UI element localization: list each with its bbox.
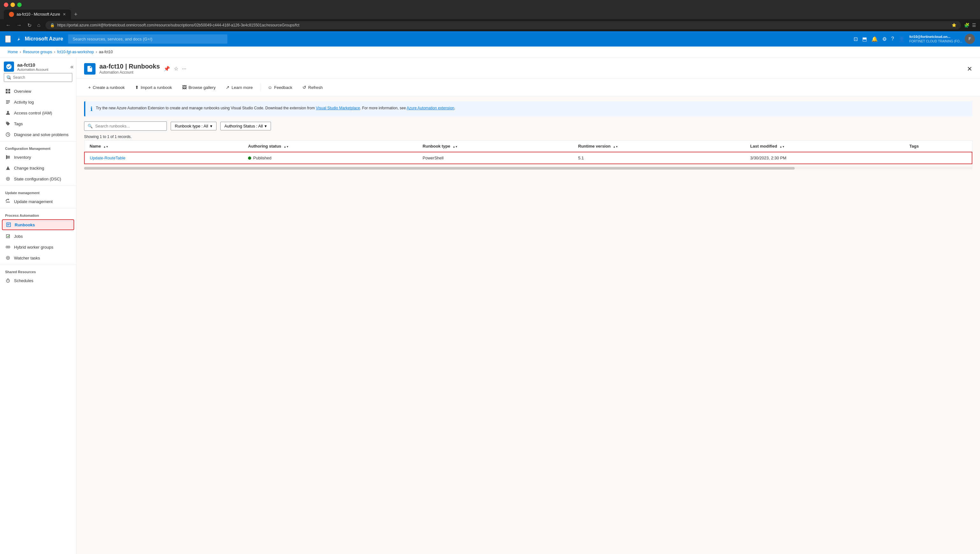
azure-logo: Microsoft Azure	[16, 36, 63, 42]
info-link-extension[interactable]: Azure Automation extension	[407, 106, 454, 110]
sidebar-nav: Overview Activity log Access control (IA…	[0, 86, 76, 286]
notifications-icon[interactable]: 🔔	[872, 36, 878, 42]
sidebar-item-overview[interactable]: Overview	[0, 86, 76, 97]
user-avatar[interactable]: F	[965, 34, 975, 44]
authoring-status-filter[interactable]: Authoring Status : All ▾	[220, 122, 271, 130]
minimize-window-button[interactable]	[11, 3, 15, 7]
forward-button[interactable]: →	[14, 22, 24, 29]
sidebar-item-activity-log[interactable]: Activity log	[0, 97, 76, 107]
sidebar-item-change-tracking[interactable]: Change tracking	[0, 163, 76, 173]
home-button[interactable]: ⌂	[35, 22, 42, 29]
col-runbook-type[interactable]: Runbook type ▲▼	[417, 140, 573, 152]
runbooks-search-input[interactable]	[95, 124, 163, 128]
content-header: aa-fct10 | Runbooks Automation Account 📌…	[76, 58, 980, 79]
directory-icon[interactable]: ⬒	[862, 36, 867, 42]
runbook-name-link[interactable]: Update-RouteTable	[90, 156, 126, 160]
sidebar-resource-type: Automation Account	[17, 67, 48, 72]
active-browser-tab[interactable]: aa-fct10 - Microsoft Azure ✕	[4, 10, 71, 19]
favorite-button[interactable]: ☆	[174, 65, 178, 72]
settings-icon[interactable]: ⚙	[882, 36, 887, 42]
info-link-marketplace[interactable]: Visual Studio Marketplace	[316, 106, 360, 110]
authoring-sort-icon[interactable]: ▲▼	[284, 146, 289, 148]
sidebar-search-container: 🔍	[0, 73, 76, 86]
sidebar: aa-fct10 Automation Account « 🔍 Overview	[0, 58, 76, 554]
sidebar-item-state-config[interactable]: State configuration (DSC)	[0, 173, 76, 184]
breadcrumb-workshop[interactable]: fct10-fgt-as-workshop	[57, 50, 94, 54]
maximize-window-button[interactable]	[17, 3, 22, 7]
import-runbook-button[interactable]: ⬆ Import a runbook	[131, 83, 176, 92]
hamburger-menu[interactable]: ☰	[5, 35, 11, 43]
modified-sort-icon[interactable]: ▲▼	[780, 146, 785, 148]
table-row[interactable]: Update-RouteTable Published PowerShell 5…	[84, 152, 972, 164]
svg-rect-22	[7, 279, 9, 279]
runbook-type-filter-label: Runbook type : All	[175, 124, 208, 128]
sidebar-search-input[interactable]	[4, 73, 72, 82]
user-email: fct10@fortinetcloud.on...	[909, 34, 962, 39]
runbooks-search-box[interactable]: 🔍	[84, 121, 167, 131]
refresh-browser-button[interactable]: ↻	[25, 22, 33, 29]
runbook-type-filter[interactable]: Runbook type : All ▾	[171, 122, 216, 130]
info-banner: ℹ Try the new Azure Automation Extension…	[84, 101, 972, 117]
col-name[interactable]: Name ▲▼	[84, 140, 243, 152]
sidebar-item-schedules[interactable]: Schedules	[0, 275, 76, 286]
extensions-button[interactable]: 🧩	[964, 22, 969, 28]
sidebar-item-jobs[interactable]: Jobs	[0, 231, 76, 242]
sidebar-item-runbooks-label: Runbooks	[14, 222, 35, 227]
sidebar-item-access-control[interactable]: Access control (IAM)	[0, 107, 76, 118]
info-icon: ℹ	[91, 105, 93, 113]
close-window-button[interactable]	[4, 3, 8, 7]
learn-more-button[interactable]: ↗ Learn more	[221, 83, 257, 92]
section-shared-resources: Shared Resources	[0, 266, 76, 275]
sidebar-item-tags[interactable]: Tags	[0, 118, 76, 129]
create-runbook-button[interactable]: + Create a runbook	[84, 83, 129, 92]
svg-rect-1	[8, 89, 10, 91]
svg-point-18	[8, 246, 10, 248]
cell-name[interactable]: Update-RouteTable	[84, 152, 243, 164]
breadcrumb: Home › Resource groups › fct10-fgt-as-wo…	[0, 46, 980, 58]
refresh-button[interactable]: ↺ Refresh	[298, 83, 327, 92]
name-sort-icon[interactable]: ▲▼	[103, 146, 108, 148]
feedback-button[interactable]: ☺ Feedback	[264, 83, 296, 92]
horizontal-scrollbar[interactable]	[84, 167, 972, 169]
schedules-icon	[5, 278, 11, 283]
sidebar-item-update-management[interactable]: Update management	[0, 196, 76, 207]
cloud-shell-icon[interactable]: ⊡	[854, 36, 858, 42]
browse-gallery-button[interactable]: 🖼 Browse gallery	[178, 83, 220, 92]
sidebar-item-watcher-tasks[interactable]: Watcher tasks	[0, 252, 76, 263]
more-actions-button[interactable]: ···	[182, 66, 186, 72]
tags-icon	[5, 121, 11, 126]
help-icon[interactable]: ?	[891, 36, 894, 42]
svg-point-14	[7, 178, 9, 179]
table-container: Name ▲▼ Authoring status ▲▼ Runbook type…	[76, 140, 980, 164]
sidebar-item-runbooks[interactable]: Runbooks	[2, 219, 74, 230]
global-search-input[interactable]	[68, 34, 228, 44]
pin-button[interactable]: 📌	[164, 65, 170, 72]
back-button[interactable]: ←	[4, 22, 13, 29]
refresh-label: Refresh	[308, 85, 323, 90]
type-sort-icon[interactable]: ▲▼	[453, 146, 458, 148]
svg-rect-5	[6, 102, 10, 102]
runtime-sort-icon[interactable]: ▲▼	[613, 146, 618, 148]
col-runtime-version[interactable]: Runtime version ▲▼	[573, 140, 745, 152]
change-tracking-icon	[5, 165, 11, 171]
sidebar-item-inventory[interactable]: Inventory	[0, 152, 76, 163]
tab-close-button[interactable]: ✕	[63, 12, 66, 17]
sidebar-item-hybrid-worker[interactable]: Hybrid worker groups	[0, 242, 76, 252]
col-tags[interactable]: Tags	[904, 140, 972, 152]
feedback-icon[interactable]: 👤	[899, 36, 905, 42]
sidebar-collapse-button[interactable]: «	[70, 64, 73, 70]
toolbar-separator	[260, 83, 261, 91]
runbook-type-chevron-icon: ▾	[210, 124, 212, 128]
col-last-modified[interactable]: Last modified ▲▼	[745, 140, 904, 152]
breadcrumb-resource-groups[interactable]: Resource groups	[23, 50, 52, 54]
menu-button[interactable]: ☰	[972, 22, 976, 28]
sidebar-item-diagnose[interactable]: Diagnose and solve problems	[0, 129, 76, 140]
url-bar[interactable]: 🔒 https://portal.azure.com/#@fortinetclo…	[46, 21, 961, 29]
close-panel-button[interactable]: ✕	[967, 65, 972, 73]
user-section[interactable]: fct10@fortinetcloud.on... FORTINET CLOUD…	[909, 34, 975, 44]
col-authoring-status[interactable]: Authoring status ▲▼	[243, 140, 417, 152]
authoring-status-chevron-icon: ▾	[264, 124, 267, 128]
breadcrumb-home[interactable]: Home	[8, 50, 18, 54]
svg-rect-0	[6, 89, 8, 91]
new-tab-button[interactable]: +	[71, 10, 81, 19]
